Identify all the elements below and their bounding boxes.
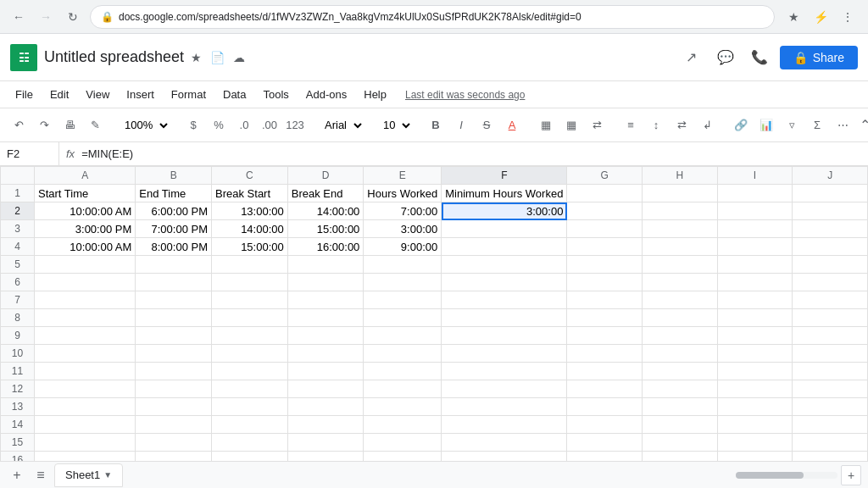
table-cell[interactable]: [567, 309, 643, 327]
table-cell[interactable]: [567, 202, 643, 220]
table-cell[interactable]: [717, 398, 793, 416]
table-cell[interactable]: [364, 327, 442, 345]
print-button[interactable]: 🖶: [58, 114, 81, 137]
text-wrap-button[interactable]: ⇄: [670, 114, 693, 137]
table-cell[interactable]: [793, 345, 868, 363]
table-cell[interactable]: [643, 291, 718, 309]
table-cell[interactable]: [567, 185, 643, 202]
table-cell[interactable]: 3:00:00 PM: [35, 220, 136, 238]
row-number[interactable]: 14: [1, 416, 35, 434]
table-cell[interactable]: [136, 327, 212, 345]
table-cell[interactable]: [136, 291, 212, 309]
table-cell[interactable]: [364, 363, 442, 380]
col-header-D[interactable]: D: [287, 167, 364, 185]
table-cell[interactable]: [287, 291, 364, 309]
table-cell[interactable]: [717, 434, 793, 452]
table-cell[interactable]: [643, 452, 718, 462]
table-cell[interactable]: [717, 202, 793, 220]
table-cell[interactable]: [136, 380, 212, 398]
table-cell[interactable]: [717, 238, 793, 256]
table-cell[interactable]: [136, 416, 212, 434]
chart-button[interactable]: 📊: [754, 114, 778, 137]
table-cell[interactable]: [793, 363, 868, 380]
table-cell[interactable]: 9:00:00: [364, 238, 442, 256]
table-cell[interactable]: [717, 274, 793, 291]
toolbar-collapse-button[interactable]: ⌃: [856, 114, 868, 136]
extensions-button[interactable]: ⚡: [809, 5, 832, 29]
table-cell[interactable]: [793, 238, 868, 256]
strikethrough-button[interactable]: S: [475, 114, 498, 137]
browser-menu-button[interactable]: ⋮: [836, 5, 860, 29]
table-cell[interactable]: Start Time: [35, 185, 136, 202]
sheet-container[interactable]: A B C D E F G H I J 1Start TimeEnd TimeB…: [0, 166, 868, 461]
table-cell[interactable]: [717, 256, 793, 274]
table-cell[interactable]: [643, 434, 718, 452]
table-cell[interactable]: [717, 416, 793, 434]
comments-button[interactable]: 💬: [712, 44, 739, 71]
table-cell[interactable]: [442, 345, 567, 363]
link-button[interactable]: 🔗: [729, 114, 753, 137]
move-to-folder-button[interactable]: 📄: [209, 49, 226, 66]
table-cell[interactable]: 6:00:00 PM: [136, 202, 212, 220]
table-cell[interactable]: [442, 363, 567, 380]
table-cell[interactable]: [643, 380, 718, 398]
valign-button[interactable]: ↕: [644, 114, 668, 137]
col-header-B[interactable]: B: [136, 167, 212, 185]
sheet-tab-sheet1[interactable]: Sheet1 ▼: [54, 463, 123, 487]
call-button[interactable]: 📞: [746, 44, 773, 71]
row-number[interactable]: 10: [1, 345, 35, 363]
row-number[interactable]: 16: [1, 452, 35, 462]
table-cell[interactable]: [287, 274, 364, 291]
table-cell[interactable]: 15:00:00: [287, 220, 364, 238]
table-cell[interactable]: 7:00:00: [364, 202, 442, 220]
formula-content[interactable]: =MIN(E:E): [81, 147, 868, 160]
table-cell[interactable]: [793, 452, 868, 462]
table-cell[interactable]: [136, 256, 212, 274]
table-cell[interactable]: [442, 238, 567, 256]
menu-edit[interactable]: Edit: [42, 85, 77, 104]
table-cell[interactable]: [35, 256, 136, 274]
table-cell[interactable]: [35, 274, 136, 291]
table-cell[interactable]: [136, 345, 212, 363]
table-cell[interactable]: [287, 363, 364, 380]
table-cell[interactable]: [35, 309, 136, 327]
table-cell[interactable]: 8:00:00 PM: [136, 238, 212, 256]
row-number[interactable]: 6: [1, 274, 35, 291]
table-cell[interactable]: [136, 434, 212, 452]
table-cell[interactable]: [136, 309, 212, 327]
table-cell[interactable]: [793, 256, 868, 274]
row-number[interactable]: 3: [1, 220, 35, 238]
explore-button[interactable]: ↗: [678, 44, 705, 71]
filter-button[interactable]: ▿: [780, 114, 804, 137]
table-cell[interactable]: [567, 398, 643, 416]
font-size-select[interactable]: 10: [376, 114, 414, 136]
bold-button[interactable]: B: [424, 114, 448, 137]
table-cell[interactable]: [212, 363, 288, 380]
table-cell[interactable]: [35, 291, 136, 309]
address-bar[interactable]: 🔒 docs.google.com/spreadsheets/d/1fWVz3Z…: [90, 5, 775, 29]
table-cell[interactable]: [717, 291, 793, 309]
table-cell[interactable]: [287, 256, 364, 274]
table-cell[interactable]: [442, 398, 567, 416]
spreadsheet-title[interactable]: Untitled spreadsheet: [44, 48, 184, 66]
table-cell[interactable]: 16:00:00: [287, 238, 364, 256]
font-select[interactable]: Arial: [317, 114, 365, 136]
table-cell[interactable]: [793, 291, 868, 309]
table-cell[interactable]: [364, 452, 442, 462]
table-cell[interactable]: [287, 398, 364, 416]
table-cell[interactable]: [643, 309, 718, 327]
text-color-button[interactable]: A: [500, 114, 524, 137]
table-cell[interactable]: [35, 380, 136, 398]
table-cell[interactable]: [364, 434, 442, 452]
menu-addons[interactable]: Add-ons: [298, 85, 355, 104]
menu-help[interactable]: Help: [355, 85, 395, 104]
table-cell[interactable]: [287, 327, 364, 345]
star-button[interactable]: ★: [189, 49, 203, 66]
table-cell[interactable]: [442, 309, 567, 327]
table-cell[interactable]: 10:00:00 AM: [35, 202, 136, 220]
table-cell[interactable]: [364, 398, 442, 416]
undo-button[interactable]: ↶: [7, 114, 31, 137]
table-cell[interactable]: 3:00:00: [442, 202, 567, 220]
table-cell[interactable]: 3:00:00: [364, 220, 442, 238]
row-number[interactable]: 15: [1, 434, 35, 452]
